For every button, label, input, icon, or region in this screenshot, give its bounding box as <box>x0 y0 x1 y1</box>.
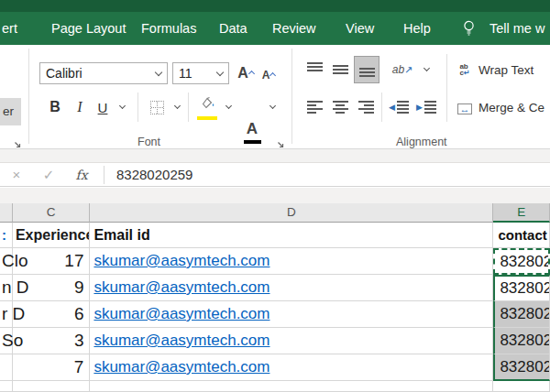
group-separator <box>28 49 29 144</box>
cell-b[interactable]: r D <box>0 301 13 328</box>
ribbon-bottom-strip <box>0 149 550 162</box>
table-row: So 3 skumar@aasymtech.com 8328020259 <box>0 328 550 354</box>
cell-email[interactable]: skumar@aasymtech.com <box>90 328 493 354</box>
italic-button[interactable]: I <box>71 95 89 119</box>
cancel-button[interactable]: × <box>5 163 28 187</box>
insert-function-button[interactable]: fx <box>70 163 94 187</box>
cell-contact-active[interactable]: 8328020259 <box>493 275 550 301</box>
borders-icon <box>150 101 164 114</box>
cell-email[interactable]: skumar@aasymtech.com <box>90 248 493 275</box>
tab-review[interactable]: Review <box>272 12 316 45</box>
cell-contact-selected[interactable]: 8328020259 <box>493 301 550 328</box>
email-link[interactable]: skumar@aasymtech.com <box>94 278 270 297</box>
increase-indent-button[interactable]: ▶ <box>414 95 438 119</box>
decrease-indent-button[interactable]: ◀ <box>387 95 411 119</box>
email-link[interactable]: skumar@aasymtech.com <box>94 332 270 350</box>
font-dialog-launcher-icon[interactable] <box>276 136 289 149</box>
align-center-button[interactable] <box>328 95 352 119</box>
borders-chevron-icon[interactable] <box>174 103 181 109</box>
cell-b[interactable]: So <box>0 328 13 354</box>
bold-button[interactable]: B <box>46 95 64 119</box>
cell-b-header-fragment[interactable]: : <box>0 223 13 248</box>
group-separator <box>292 49 292 144</box>
cell-email[interactable]: skumar@aasymtech.com <box>90 275 493 301</box>
tab-page-layout[interactable]: Page Layout <box>51 12 126 45</box>
cell-email[interactable]: skumar@aasymtech.com <box>90 301 493 328</box>
font-color-button[interactable]: A <box>242 117 262 141</box>
formula-input[interactable]: 8328020259 <box>116 163 192 187</box>
tab-insert-fragment[interactable]: ert <box>2 12 17 45</box>
cell-contact-selected[interactable]: 8328020259 <box>493 328 550 354</box>
separator <box>104 166 104 184</box>
middle-align-icon <box>333 65 348 74</box>
cell-b[interactable]: Clo <box>0 248 13 275</box>
shrink-font-button[interactable]: A <box>258 63 280 87</box>
tell-me-box[interactable]: Tell me w <box>490 12 544 45</box>
cell-contact-selected[interactable]: 8328020259 <box>493 354 550 381</box>
tab-data[interactable]: Data <box>219 12 248 45</box>
cell-experience-header[interactable]: Experience <box>13 223 90 248</box>
column-header-d[interactable]: D <box>90 203 493 223</box>
chevron-down-icon[interactable] <box>216 69 224 76</box>
clipboard-dialog-launcher-icon[interactable] <box>13 136 26 149</box>
separator <box>446 93 447 122</box>
font-name-combo[interactable]: Calibri <box>39 62 168 84</box>
underline-button[interactable]: U <box>94 95 112 119</box>
font-group-label: Font <box>138 136 160 148</box>
title-bar <box>0 0 550 12</box>
cell-experience[interactable]: 3 <box>13 328 90 354</box>
font-color-letter: A <box>247 120 258 138</box>
ribbon-tab-bar: ert Page Layout Formulas Data Review Vie… <box>0 12 550 45</box>
align-right-button[interactable] <box>354 95 378 119</box>
tab-formulas[interactable]: Formulas <box>141 12 196 45</box>
wrap-text-button[interactable]: Wrap Text <box>478 63 534 77</box>
orientation-icon: ab <box>392 63 404 76</box>
font-name-value: Calibri <box>40 66 154 81</box>
orientation-button[interactable]: ab↗ <box>389 58 416 82</box>
tab-view[interactable]: View <box>346 12 374 45</box>
borders-button[interactable] <box>147 95 167 119</box>
formula-bottom-strip <box>0 188 550 203</box>
top-align-button[interactable] <box>302 58 326 82</box>
fill-color-button[interactable] <box>196 93 218 116</box>
cell-b[interactable] <box>0 381 13 392</box>
underline-chevron-icon[interactable] <box>119 103 126 109</box>
cell-email[interactable]: skumar@aasymtech.com <box>90 354 493 381</box>
worksheet-grid: C D E : Experience Email id contact n Cl… <box>0 203 550 392</box>
cell-experience[interactable] <box>13 381 90 392</box>
separator <box>381 93 382 122</box>
format-painter-button[interactable]: er <box>0 98 21 125</box>
cell-contact-copied[interactable]: 8328020259 <box>493 248 550 275</box>
cell-experience[interactable]: 7 <box>13 354 90 381</box>
cell-contact-header[interactable]: contact n <box>493 223 550 248</box>
cell-contact[interactable] <box>493 381 550 392</box>
column-header-e-selected[interactable]: E <box>493 203 550 223</box>
grow-font-button[interactable]: A <box>235 61 257 85</box>
align-left-button[interactable] <box>302 95 326 119</box>
table-row: Clo 17 skumar@aasymtech.com 8328020259 <box>0 248 550 275</box>
orientation-chevron-icon[interactable] <box>424 65 430 71</box>
cell-b[interactable] <box>0 354 13 381</box>
align-right-icon <box>358 101 374 114</box>
column-header-c[interactable]: C <box>13 203 90 223</box>
tab-help[interactable]: Help <box>403 12 431 45</box>
font-size-value: 11 <box>173 66 215 81</box>
cell-email[interactable] <box>90 381 493 392</box>
enter-button[interactable]: ✓ <box>37 163 60 187</box>
separator <box>188 93 189 122</box>
merge-center-button[interactable]: Merge & Ce <box>478 101 544 114</box>
font-color-chevron-icon[interactable] <box>270 103 276 109</box>
column-header-row: C D E <box>0 203 550 223</box>
cell-b[interactable]: n D <box>0 275 13 301</box>
chevron-down-icon[interactable] <box>155 69 162 76</box>
table-header-row: : Experience Email id contact n <box>0 223 550 248</box>
email-link[interactable]: skumar@aasymtech.com <box>94 252 270 270</box>
middle-align-button[interactable] <box>328 58 352 82</box>
bottom-align-button[interactable] <box>354 56 380 83</box>
email-link[interactable]: skumar@aasymtech.com <box>94 305 270 323</box>
fill-color-chevron-icon[interactable] <box>226 103 232 109</box>
font-size-combo[interactable]: 11 <box>172 62 229 84</box>
column-header-b-sliver[interactable] <box>0 203 13 223</box>
email-link[interactable]: skumar@aasymtech.com <box>94 358 270 376</box>
cell-email-header[interactable]: Email id <box>90 223 493 248</box>
